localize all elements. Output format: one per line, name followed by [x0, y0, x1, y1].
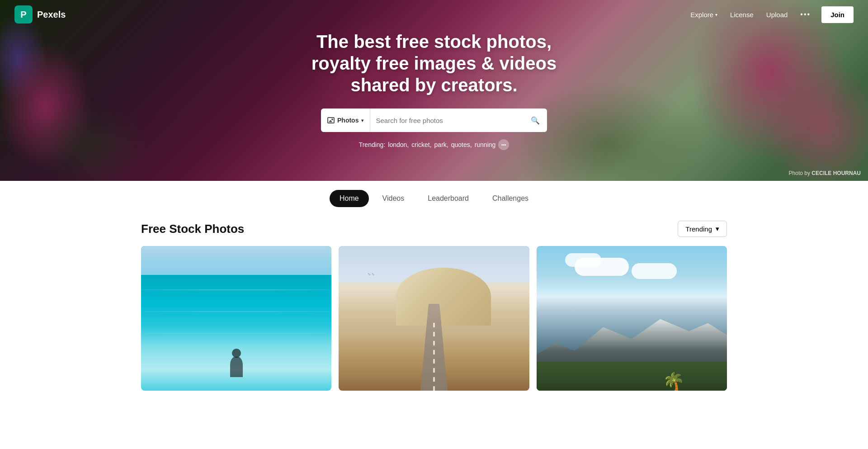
photo-icon	[327, 117, 335, 123]
trending-cricket[interactable]: cricket,	[411, 141, 431, 148]
photos-title: Free Stock Photos	[141, 222, 244, 236]
trending-park[interactable]: park,	[434, 141, 448, 148]
join-button[interactable]: Join	[821, 6, 854, 23]
brand-name: Pexels	[37, 9, 66, 20]
tab-videos[interactable]: Videos	[373, 190, 415, 207]
photo-desert: ∿ ∿	[339, 246, 529, 391]
hero-title: The best free stock photos, royalty free…	[303, 31, 565, 96]
search-submit-button[interactable]: 🔍	[524, 109, 547, 132]
photo-card[interactable]: 🌴	[537, 246, 727, 391]
logo-icon: P	[14, 5, 33, 24]
photo-card[interactable]: ∿ ∿	[339, 246, 529, 391]
search-type-dropdown[interactable]: Photos ▾	[321, 109, 370, 132]
search-type-chevron-icon: ▾	[361, 118, 363, 123]
explore-link[interactable]: Explore ▾	[685, 7, 723, 22]
tabs-section: Home Videos Leaderboard Challenges	[0, 181, 868, 212]
logo-link[interactable]: P Pexels	[14, 5, 66, 24]
palm-tree: 🌴	[662, 373, 685, 391]
trending-label: Trending:	[359, 141, 386, 148]
trending-quotes[interactable]: quotes,	[451, 141, 472, 148]
photo-credit-name: CECILE HOURNAU	[811, 170, 861, 176]
sort-chevron-icon: ▾	[716, 225, 719, 233]
trending-row: Trending: london, cricket, park, quotes,…	[359, 139, 509, 150]
photo-mountain: 🌴	[537, 246, 727, 391]
tab-leaderboard[interactable]: Leaderboard	[418, 190, 479, 207]
search-bar: Photos ▾ 🔍	[321, 109, 547, 132]
photo-ocean	[141, 246, 331, 391]
upload-link[interactable]: Upload	[761, 7, 793, 22]
trending-more-button[interactable]: •••	[498, 139, 509, 150]
nav-links: Explore ▾ License Upload ••• Join	[685, 6, 854, 23]
tab-home[interactable]: Home	[330, 190, 369, 207]
chevron-down-icon: ▾	[715, 12, 717, 17]
tab-challenges[interactable]: Challenges	[482, 190, 538, 207]
photos-section: Free Stock Photos Trending ▾	[127, 221, 741, 391]
photos-header: Free Stock Photos Trending ▾	[141, 221, 727, 237]
trending-london[interactable]: london,	[388, 141, 409, 148]
trending-sort-dropdown[interactable]: Trending ▾	[678, 221, 727, 237]
trending-running[interactable]: running	[475, 141, 496, 148]
person-silhouette	[230, 349, 243, 377]
navbar: P Pexels Explore ▾ License Upload ••• Jo…	[0, 0, 868, 29]
more-button[interactable]: •••	[795, 7, 816, 22]
photo-card[interactable]	[141, 246, 331, 391]
search-input[interactable]	[370, 117, 524, 124]
search-type-label: Photos	[337, 117, 359, 124]
photo-credit: Photo by CECILE HOURNAU	[789, 170, 861, 176]
photo-grid: ∿ ∿ 🌴	[141, 246, 727, 391]
license-link[interactable]: License	[725, 7, 759, 22]
search-icon: 🔍	[531, 116, 540, 125]
